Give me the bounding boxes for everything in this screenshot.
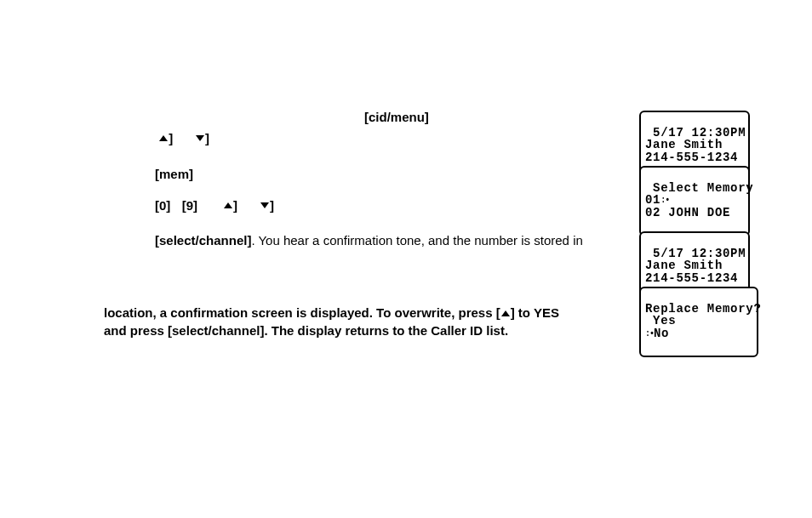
step-2-text-b: or [ — [173, 131, 195, 145]
up-arrow-icon — [158, 134, 169, 142]
lcd2-line2: 01:• — [645, 193, 669, 207]
step-5: 5) Press [select/channel]. You hear a co… — [104, 232, 623, 267]
cursor-icon-2: :• — [645, 330, 654, 339]
note-line-1c: ] to YES — [511, 305, 559, 320]
note-line-2: and press [select/channel]. The display … — [104, 323, 508, 338]
step-5-text-c: memory. — [104, 250, 152, 265]
svg-marker-2 — [224, 202, 232, 208]
cid-menu-button-label: [cid/menu] — [364, 110, 429, 124]
step-3-text-b: . — [193, 167, 197, 181]
up-arrow-icon-2 — [223, 202, 233, 209]
step-1-text-a: 1) When the phone is in standby mode, pr… — [104, 110, 364, 124]
note-line-1b: location, a confirmation screen is displ… — [104, 305, 500, 320]
step-1-text-b: . — [429, 110, 432, 124]
cursor-icon: :• — [660, 196, 669, 206]
step-5-text-a: 5) Press — [104, 233, 155, 248]
svg-marker-1 — [196, 135, 204, 141]
lcd4-line3: :•No — [645, 327, 669, 340]
lcd1-line2: Jane Smith — [645, 138, 723, 151]
lcd1-line1: 5/17 12:30PM — [645, 126, 746, 139]
step-4-text-a: 4) Press — [104, 198, 155, 213]
step-1: 1) When the phone is in standby mode, pr… — [104, 109, 623, 126]
svg-marker-3 — [260, 202, 269, 208]
lcd-replace-memory: Replace Memory? Yes :•No — [639, 287, 758, 357]
zero-button-label: [0] — [155, 198, 170, 213]
lcd2-line1: Select Memory — [645, 181, 753, 195]
lcd4-line2: Yes — [645, 314, 676, 327]
step-4-text-d: or [ — [237, 198, 260, 213]
down-arrow-icon — [195, 134, 205, 142]
lcd2-line3: 02 JOHN DOE — [645, 206, 730, 219]
note-line-1a: If the phone number and name are stored … — [104, 288, 500, 303]
step-4-text-c: , or [ — [197, 198, 223, 213]
lcd4-line1: Replace Memory? — [645, 302, 762, 316]
step-4: 4) Press [0] - [9], or [] or [] to selec… — [104, 197, 623, 214]
lcd3-line2: Jane Smith — [645, 259, 723, 272]
select-channel-button-label: [select/channel] — [155, 233, 251, 248]
mem-button-label: [mem] — [155, 167, 193, 181]
lcd1-line3: 214-555-1234 — [645, 151, 738, 164]
step-4-text-e: to select the memory location. — [274, 198, 447, 213]
step-2-text-a: 2) Press [ — [104, 131, 158, 145]
step-5-text-b: . You hear a confirmation tone, and the … — [251, 233, 582, 248]
note-block: If the phone number and name are stored … — [104, 287, 632, 339]
up-arrow-icon-3 — [500, 310, 511, 317]
step-4-text-b: - — [170, 198, 181, 213]
step-2-text-c: to display the number you want to store. — [209, 131, 439, 145]
step-2: 2) Press [] or [] to display the number … — [104, 130, 623, 147]
step-3-text-a: 3) Press — [104, 167, 155, 181]
nine-button-label: [9] — [182, 198, 197, 213]
down-arrow-icon-2 — [260, 202, 270, 209]
lcd3-line1: 5/17 12:30PM — [645, 247, 746, 260]
svg-marker-4 — [501, 310, 510, 316]
svg-marker-0 — [159, 135, 168, 141]
lcd3-line3: 214-555-1234 — [645, 271, 738, 285]
step-3: 3) Press [mem]. — [104, 166, 623, 183]
page: 1) When the phone is in standby mode, pr… — [0, 0, 812, 518]
lcd-select-memory: Select Memory 01:• 02 JOHN DOE — [639, 166, 750, 236]
